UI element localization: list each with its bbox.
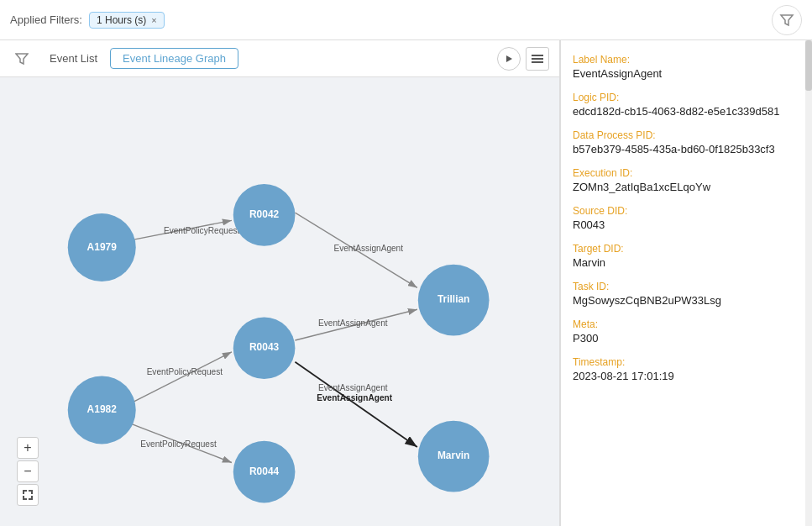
svg-rect-15	[31, 496, 33, 500]
svg-marker-0	[781, 15, 793, 25]
edge-label-r0043-trillian: EventAssignAgent	[318, 318, 388, 328]
detail-field-label-8: Timestamp:	[573, 356, 800, 368]
detail-field-label-2: Data Process PID:	[573, 129, 800, 141]
filter-icon-left	[15, 52, 29, 66]
svg-rect-5	[532, 61, 543, 63]
filter-chip-close[interactable]: ×	[151, 15, 156, 25]
edge-label-r0043-marvin-2: EventAssignAgent	[317, 393, 393, 402]
detail-field-4: Source DID:R0043	[573, 205, 800, 231]
detail-field-value-4: R0043	[573, 218, 800, 231]
detail-field-value-3: ZOMn3_2atIqBa1xcELqoYw	[573, 181, 800, 193]
filter-chip[interactable]: 1 Hours (s) ×	[89, 12, 165, 29]
svg-rect-4	[532, 58, 543, 60]
play-button[interactable]	[497, 47, 521, 71]
svg-marker-1	[16, 54, 28, 64]
edge-r0043-marvin	[295, 362, 416, 447]
node-label-a1982: A1982	[87, 403, 118, 415]
detail-field-6: Task ID:MgSowyszCqBNB2uPW33Lsg	[573, 281, 800, 307]
applied-filters-label: Applied Filters:	[10, 13, 82, 26]
scrollbar-track[interactable]	[805, 40, 812, 526]
edge-label-r0042-trillian: EventAssignAgent	[333, 244, 403, 253]
main-layout: Event List Event Lineage Graph	[0, 40, 812, 526]
edge-label-a1982-r0043: EventPolicyRequest	[147, 367, 223, 376]
detail-field-value-0: EventAssignAgent	[573, 67, 800, 80]
node-label-r0042: R0042	[249, 208, 280, 220]
list-icon	[532, 54, 543, 64]
node-label-marvin: Marvin	[437, 450, 470, 461]
edge-label-r0043-marvin-1: EventAssignAgent	[318, 383, 388, 392]
edge-label-a1982-r0044: EventPolicyRequest	[140, 439, 217, 449]
zoom-in-button[interactable]: +	[17, 437, 39, 459]
detail-field-value-5: Marvin	[573, 256, 800, 269]
svg-rect-9	[23, 490, 24, 494]
detail-field-3: Execution ID:ZOMn3_2atIqBa1xcELqoYw	[573, 167, 800, 193]
detail-field-label-5: Target DID:	[573, 243, 800, 255]
detail-field-2: Data Process PID:b57eb379-4585-435a-bd60…	[573, 129, 800, 155]
edge-label-a1979-r0042: EventPolicyRequest	[164, 226, 240, 235]
detail-field-8: Timestamp:2023-08-21 17:01:19	[573, 356, 800, 382]
tab-actions	[497, 47, 549, 71]
svg-rect-3	[532, 55, 543, 56]
zoom-controls: + −	[17, 437, 39, 506]
expand-icon	[22, 489, 34, 501]
detail-field-label-4: Source DID:	[573, 205, 800, 217]
svg-marker-2	[506, 55, 512, 62]
edge-a1982-r0043	[133, 352, 232, 402]
detail-field-value-6: MgSowyszCqBNB2uPW33Lsg	[573, 294, 800, 307]
detail-field-0: Label Name:EventAssignAgent	[573, 54, 800, 80]
detail-panel: Label Name:EventAssignAgentLogic PID:edc…	[560, 40, 812, 526]
detail-field-value-8: 2023-08-21 17:01:19	[573, 370, 800, 382]
tab-event-lineage-graph[interactable]: Event Lineage Graph	[110, 48, 238, 69]
detail-field-label-0: Label Name:	[573, 54, 800, 66]
detail-field-5: Target DID:Marvin	[573, 243, 800, 269]
detail-field-value-7: P300	[573, 332, 800, 345]
zoom-out-button[interactable]: −	[17, 460, 39, 482]
node-label-r0043: R0043	[249, 341, 280, 353]
scrollbar-thumb[interactable]	[805, 40, 812, 91]
detail-field-label-7: Meta:	[573, 318, 800, 330]
filter-icon-button[interactable]	[772, 5, 802, 35]
svg-rect-13	[23, 496, 24, 500]
detail-field-label-3: Execution ID:	[573, 167, 800, 179]
graph-area[interactable]: EventPolicyRequest EventPolicyRequest Ev…	[0, 77, 559, 526]
zoom-expand-button[interactable]	[17, 484, 39, 506]
graph-svg: EventPolicyRequest EventPolicyRequest Ev…	[0, 77, 559, 526]
filter-funnel-icon	[779, 13, 794, 28]
detail-field-label-6: Task ID:	[573, 281, 800, 292]
left-panel: Event List Event Lineage Graph	[0, 40, 560, 526]
node-label-a1979: A1979	[87, 241, 118, 253]
node-label-r0044: R0044	[249, 466, 280, 477]
tab-event-list[interactable]: Event List	[37, 48, 110, 69]
filter-bar: Applied Filters: 1 Hours (s) ×	[0, 0, 812, 40]
detail-field-label-1: Logic PID:	[573, 92, 800, 103]
filter-chip-label: 1 Hours (s)	[97, 14, 146, 26]
detail-field-7: Meta:P300	[573, 318, 800, 345]
detail-field-value-1: edcd182d-cb15-4063-8d82-e5e1c339d581	[573, 105, 800, 118]
list-button[interactable]	[526, 47, 549, 71]
svg-rect-11	[31, 490, 33, 494]
detail-field-value-2: b57eb379-4585-435a-bd60-0f1825b33cf3	[573, 143, 800, 155]
filter-left: Applied Filters: 1 Hours (s) ×	[10, 12, 165, 29]
left-filter-icon[interactable]	[10, 47, 34, 71]
node-label-trillian: Trillian	[437, 293, 470, 305]
tabs-row: Event List Event Lineage Graph	[0, 40, 559, 77]
play-icon	[504, 54, 514, 64]
detail-field-1: Logic PID:edcd182d-cb15-4063-8d82-e5e1c3…	[573, 92, 800, 118]
